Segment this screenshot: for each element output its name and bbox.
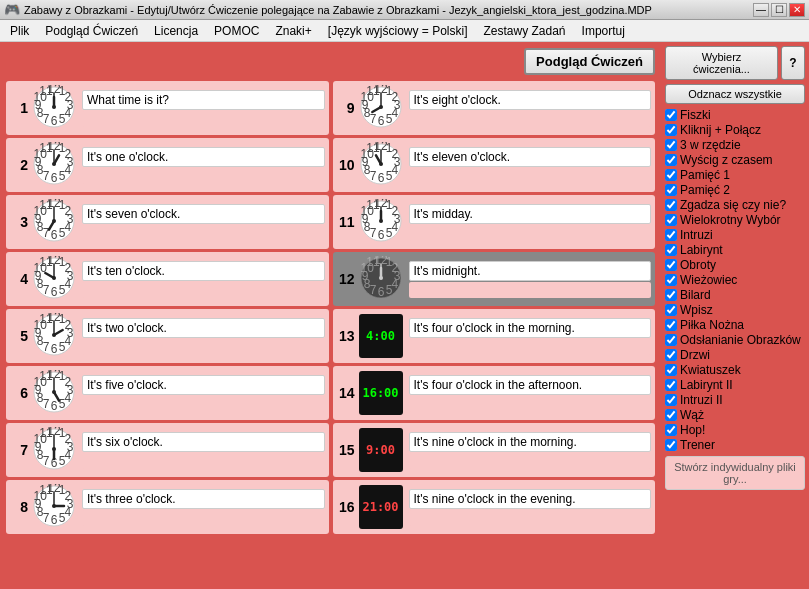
svg-text:5: 5 xyxy=(59,453,66,467)
svg-text:4: 4 xyxy=(65,106,72,120)
menu-pomoc[interactable]: POMOC xyxy=(206,21,267,41)
checkbox-10[interactable] xyxy=(665,259,677,271)
choose-button[interactable]: Wybierz ćwiczenia... xyxy=(665,46,778,80)
checkbox-16[interactable] xyxy=(665,349,677,361)
checkbox-label-5: Pamięć 2 xyxy=(680,183,730,197)
item-text-value-6[interactable]: It's five o'clock. xyxy=(82,375,325,395)
item-row-6[interactable]: 6 123456789101112 It's five o'clock. xyxy=(6,366,329,420)
menu-znaki[interactable]: Znaki+ xyxy=(267,21,319,41)
checkbox-6[interactable] xyxy=(665,199,677,211)
checkbox-12[interactable] xyxy=(665,289,677,301)
menu-zestawy[interactable]: Zestawy Zadań xyxy=(476,21,574,41)
item-image-13: 4:00 xyxy=(359,314,403,358)
checkbox-14[interactable] xyxy=(665,319,677,331)
item-row-15[interactable]: 159:00It's nine o'clock in the morning. xyxy=(333,423,656,477)
create-button[interactable]: Stwórz indywidualny pliki gry... xyxy=(665,456,805,490)
item-row-4[interactable]: 4 123456789101112 It's ten o'clock. xyxy=(6,252,329,306)
item-row-14[interactable]: 1416:00It's four o'clock in the afternoo… xyxy=(333,366,656,420)
checkbox-21[interactable] xyxy=(665,424,677,436)
item-text-value-11[interactable]: It's midday. xyxy=(409,204,652,224)
item-text-secondary-10 xyxy=(409,168,652,184)
item-row-1[interactable]: 1 123456789101112 What time is it? xyxy=(6,81,329,135)
svg-text:4: 4 xyxy=(391,163,398,177)
checkbox-8[interactable] xyxy=(665,229,677,241)
item-text-secondary-5 xyxy=(82,339,325,355)
item-row-8[interactable]: 8 123456789101112 It's three o'clock. xyxy=(6,480,329,534)
checkbox-22[interactable] xyxy=(665,439,677,451)
checkbox-0[interactable] xyxy=(665,109,677,121)
item-number-5: 5 xyxy=(10,328,28,344)
svg-text:7: 7 xyxy=(369,111,376,125)
item-text-value-10[interactable]: It's eleven o'clock. xyxy=(409,147,652,167)
minimize-button[interactable]: — xyxy=(753,3,769,17)
item-text-7: It's six o'clock. xyxy=(82,432,325,469)
checkbox-5[interactable] xyxy=(665,184,677,196)
item-row-2[interactable]: 2 123456789101112 It's one o'clock. xyxy=(6,138,329,192)
item-row-5[interactable]: 5 123456789101112 It's two o'clock. xyxy=(6,309,329,363)
item-row-13[interactable]: 134:00It's four o'clock in the morning. xyxy=(333,309,656,363)
menu-language[interactable]: [Język wyjściowy = Polski] xyxy=(320,21,476,41)
checkbox-item-7: Wielokrotny Wybór xyxy=(665,213,805,227)
item-row-16[interactable]: 1621:00It's nine o'clock in the evening. xyxy=(333,480,656,534)
checkbox-15[interactable] xyxy=(665,334,677,346)
item-row-10[interactable]: 10 123456789101112 It's eleven o'clock. xyxy=(333,138,656,192)
svg-point-111 xyxy=(52,447,56,451)
item-row-7[interactable]: 7 123456789101112 It's six o'clock. xyxy=(6,423,329,477)
svg-text:7: 7 xyxy=(43,453,50,467)
menu-licencja[interactable]: Licencja xyxy=(146,21,206,41)
checkbox-label-14: Piłka Nożna xyxy=(680,318,744,332)
item-image-15: 9:00 xyxy=(359,428,403,472)
uncheck-button[interactable]: Odznacz wszystkie xyxy=(665,84,805,104)
item-row-12[interactable]: 12 123456789101112 It's midnight. xyxy=(333,252,656,306)
svg-text:5: 5 xyxy=(59,168,66,182)
question-button[interactable]: ? xyxy=(781,46,805,80)
checkbox-item-18: Labirynt II xyxy=(665,378,805,392)
item-text-value-9[interactable]: It's eight o'clock. xyxy=(409,90,652,110)
checkbox-4[interactable] xyxy=(665,169,677,181)
item-image-14: 16:00 xyxy=(359,371,403,415)
checkbox-label-13: Wpisz xyxy=(680,303,713,317)
item-text-value-7[interactable]: It's six o'clock. xyxy=(82,432,325,452)
menu-podglad[interactable]: Podgląd Ćwiczeń xyxy=(37,21,146,41)
item-text-value-14[interactable]: It's four o'clock in the afternoon. xyxy=(409,375,652,395)
item-text-value-15[interactable]: It's nine o'clock in the morning. xyxy=(409,432,652,452)
maximize-button[interactable]: ☐ xyxy=(771,3,787,17)
checkbox-17[interactable] xyxy=(665,364,677,376)
checkbox-item-19: Intruzi II xyxy=(665,393,805,407)
checkbox-7[interactable] xyxy=(665,214,677,226)
checkbox-3[interactable] xyxy=(665,154,677,166)
menu-plik[interactable]: Plik xyxy=(2,21,37,41)
checkbox-label-8: Intruzi xyxy=(680,228,713,242)
item-text-value-1[interactable]: What time is it? xyxy=(82,90,325,110)
item-text-1: What time is it? xyxy=(82,90,325,127)
preview-button[interactable]: Podgląd Ćwiczeń xyxy=(524,48,655,75)
item-text-value-3[interactable]: It's seven o'clock. xyxy=(82,204,325,224)
item-row-9[interactable]: 9 123456789101112 It's eight o'clock. xyxy=(333,81,656,135)
item-text-value-4[interactable]: It's ten o'clock. xyxy=(82,261,325,281)
svg-text:4: 4 xyxy=(65,277,72,291)
checkbox-2[interactable] xyxy=(665,139,677,151)
checkbox-20[interactable] xyxy=(665,409,677,421)
item-row-3[interactable]: 3 123456789101112 It's seven o'clock. xyxy=(6,195,329,249)
item-text-value-5[interactable]: It's two o'clock. xyxy=(82,318,325,338)
item-text-value-8[interactable]: It's three o'clock. xyxy=(82,489,325,509)
item-text-value-13[interactable]: It's four o'clock in the morning. xyxy=(409,318,652,338)
checkbox-18[interactable] xyxy=(665,379,677,391)
item-image-4: 123456789101112 xyxy=(32,256,76,303)
sidebar-top-buttons: Wybierz ćwiczenia... ? xyxy=(665,46,805,80)
item-text-value-2[interactable]: It's one o'clock. xyxy=(82,147,325,167)
checkbox-11[interactable] xyxy=(665,274,677,286)
checkbox-13[interactable] xyxy=(665,304,677,316)
close-button[interactable]: ✕ xyxy=(789,3,805,17)
checkbox-19[interactable] xyxy=(665,394,677,406)
checkbox-1[interactable] xyxy=(665,124,677,136)
item-row-11[interactable]: 11 123456789101112 It's midday. xyxy=(333,195,656,249)
item-text-value-16[interactable]: It's nine o'clock in the evening. xyxy=(409,489,652,509)
checkbox-item-2: 3 w rzędzie xyxy=(665,138,805,152)
checkbox-9[interactable] xyxy=(665,244,677,256)
svg-text:5: 5 xyxy=(59,225,66,239)
checkbox-item-17: Kwiatuszek xyxy=(665,363,805,377)
menu-importuj[interactable]: Importuj xyxy=(574,21,633,41)
svg-text:5: 5 xyxy=(59,111,66,125)
item-text-value-12[interactable]: It's midnight. xyxy=(409,261,652,281)
